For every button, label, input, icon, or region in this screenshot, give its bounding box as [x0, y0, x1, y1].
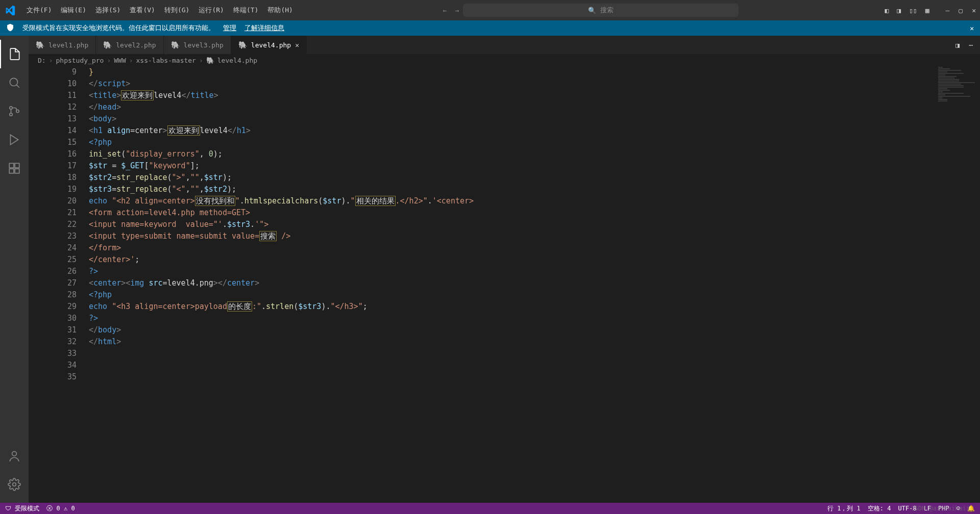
tab-level3[interactable]: 🐘level3.php [164, 36, 231, 54]
watermark: CSDN @axihaihaii [911, 505, 970, 512]
toggle-primary-sidebar-icon[interactable]: ◧ [885, 7, 889, 14]
svg-point-9 [13, 483, 16, 486]
svg-point-8 [12, 451, 17, 456]
vscode-logo-icon [4, 4, 16, 16]
banner-manage-link[interactable]: 管理 [223, 23, 236, 33]
more-actions-icon[interactable]: ⋯ [969, 41, 973, 49]
svg-point-3 [16, 110, 19, 112]
command-center-search[interactable]: 🔍 搜索 [463, 4, 739, 17]
split-editor-icon[interactable]: ◨ [955, 41, 960, 49]
php-file-icon: 🐘 [206, 57, 214, 64]
php-file-icon: 🐘 [36, 41, 44, 49]
tab-level1[interactable]: 🐘level1.php [29, 36, 96, 54]
cursor-position-status[interactable]: 行 1，列 1 [827, 504, 861, 513]
customize-layout-icon[interactable]: ▦ [925, 7, 929, 14]
minimap[interactable] [934, 66, 980, 189]
code-editor[interactable]: 9101112131415161718192021222324252627282… [29, 66, 980, 503]
banner-close-icon[interactable]: ✕ [970, 24, 974, 32]
restricted-mode-status[interactable]: 🛡 受限模式 [5, 504, 39, 513]
svg-point-1 [10, 107, 12, 109]
close-window-icon[interactable]: ✕ [972, 7, 976, 14]
minimize-icon[interactable]: — [946, 7, 950, 14]
svg-rect-6 [9, 169, 14, 173]
activity-explorer-icon[interactable] [0, 40, 29, 68]
search-placeholder: 搜索 [600, 6, 614, 15]
menu-edit[interactable]: 编辑(E) [57, 4, 90, 17]
svg-rect-5 [15, 163, 19, 168]
svg-rect-7 [15, 169, 19, 173]
tab-level2[interactable]: 🐘level2.php [96, 36, 163, 54]
title-bar: 文件(F) 编辑(E) 选择(S) 查看(V) 转到(G) 运行(R) 终端(T… [0, 0, 980, 20]
activity-extensions-icon[interactable] [0, 154, 29, 183]
maximize-icon[interactable]: ▢ [959, 7, 963, 14]
menu-go[interactable]: 转到(G) [160, 4, 193, 17]
activity-settings-icon[interactable] [0, 470, 29, 499]
indent-status[interactable]: 空格: 4 [868, 504, 891, 513]
activity-search-icon[interactable] [0, 68, 29, 97]
activity-run-debug-icon[interactable] [0, 125, 29, 154]
close-tab-icon[interactable]: ✕ [295, 41, 299, 49]
menu-selection[interactable]: 选择(S) [91, 4, 125, 17]
svg-point-2 [10, 113, 12, 116]
status-bar: 🛡 受限模式 ⓧ 0 ⚠ 0 行 1，列 1 空格: 4 UTF-8 LF PH… [0, 503, 980, 514]
menu-view[interactable]: 查看(V) [126, 4, 159, 17]
line-numbers: 9101112131415161718192021222324252627282… [29, 66, 89, 503]
main-menu: 文件(F) 编辑(E) 选择(S) 查看(V) 转到(G) 运行(R) 终端(T… [22, 4, 297, 17]
menu-terminal[interactable]: 终端(T) [229, 4, 262, 17]
code-body[interactable]: }</script><title>欢迎来到level4</title></hea… [89, 66, 980, 503]
php-file-icon: 🐘 [103, 41, 112, 49]
toggle-secondary-sidebar-icon[interactable]: ▯▯ [909, 7, 917, 14]
menu-run[interactable]: 运行(R) [194, 4, 228, 17]
activity-source-control-icon[interactable] [0, 97, 29, 125]
activity-bar [0, 36, 29, 503]
banner-learnmore-link[interactable]: 了解详细信息 [244, 23, 284, 33]
php-file-icon: 🐘 [238, 41, 247, 49]
restricted-mode-banner: 受限模式旨在实现安全地浏览代码。信任此窗口以启用所有功能。 管理 了解详细信息 … [0, 20, 980, 36]
php-file-icon: 🐘 [171, 41, 180, 49]
banner-message: 受限模式旨在实现安全地浏览代码。信任此窗口以启用所有功能。 [22, 23, 215, 33]
problems-status[interactable]: ⓧ 0 ⚠ 0 [46, 504, 75, 513]
tab-level4[interactable]: 🐘level4.php✕ [231, 36, 307, 54]
svg-point-0 [10, 78, 17, 86]
shield-icon [6, 23, 14, 33]
search-icon: 🔍 [588, 7, 596, 14]
menu-help[interactable]: 帮助(H) [263, 4, 297, 17]
menu-file[interactable]: 文件(F) [22, 4, 56, 17]
breadcrumb[interactable]: D:› phpstudy_pro› WWW› xss-labs-master› … [29, 54, 980, 66]
nav-forward-icon[interactable]: → [455, 7, 459, 14]
nav-back-icon[interactable]: ← [443, 7, 447, 14]
activity-accounts-icon[interactable] [0, 442, 29, 470]
editor-tabs: 🐘level1.php 🐘level2.php 🐘level3.php 🐘lev… [29, 36, 980, 54]
svg-rect-4 [9, 163, 14, 168]
toggle-panel-icon[interactable]: ◨ [897, 7, 901, 14]
